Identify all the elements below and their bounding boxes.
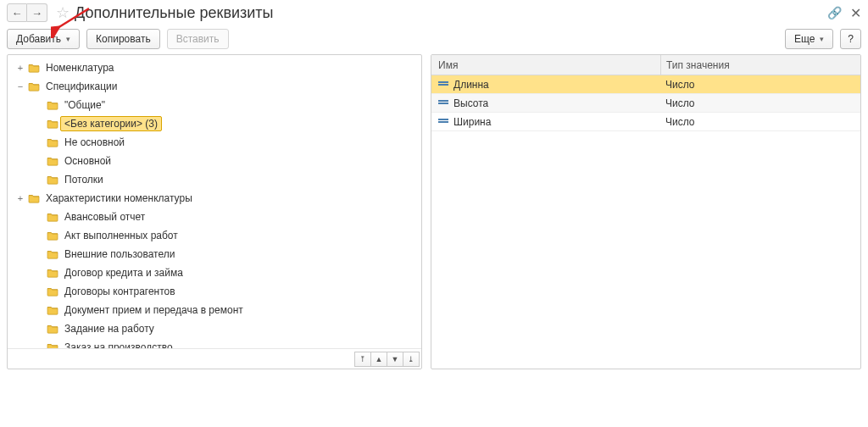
close-icon[interactable]: ✕ xyxy=(850,5,861,21)
grid-row[interactable]: ШиринаЧисло xyxy=(431,113,860,131)
folder-icon xyxy=(26,63,42,73)
add-button[interactable]: Добавить ▾ xyxy=(7,29,80,49)
tree-item-label: Договоры контрагентов xyxy=(60,284,180,299)
tree-item-label: "Общие" xyxy=(60,97,109,113)
page-title: Дополнительные реквизиты xyxy=(75,4,827,22)
caret-down-icon: ▾ xyxy=(66,35,70,43)
more-button[interactable]: Еще ▾ xyxy=(785,29,833,49)
folder-icon xyxy=(45,119,60,129)
tree-item-label: Документ прием и передача в ремонт xyxy=(60,302,248,318)
window-header: ← → ☆ Дополнительные реквизиты 🔗 ✕ xyxy=(0,0,868,25)
tree-row[interactable]: <Без категории> (3) xyxy=(8,114,421,133)
tree-item-label: Авансовый отчет xyxy=(60,209,149,225)
grid-body[interactable]: ДлиннаЧислоВысотаЧислоШиринаЧисло xyxy=(431,75,860,369)
folder-icon xyxy=(45,324,60,334)
grid-row[interactable]: ДлиннаЧисло xyxy=(431,75,860,94)
tree-item-label: Акт выполненных работ xyxy=(60,228,182,243)
tree-expander[interactable]: + xyxy=(14,193,26,203)
folder-icon xyxy=(45,212,60,222)
folder-icon xyxy=(45,156,60,166)
tree-item-label: Потолки xyxy=(60,172,108,187)
folder-icon xyxy=(45,100,60,110)
grid-cell-type: Число xyxy=(660,97,860,109)
grid-cell-name: Длинна xyxy=(431,79,660,91)
folder-icon xyxy=(45,305,60,315)
grid-cell-type: Число xyxy=(660,116,860,128)
tree-expander[interactable]: − xyxy=(14,81,26,92)
tree-item-label: Не основной xyxy=(60,135,129,150)
tree-footer: ⤒ ▲ ▼ ⤓ xyxy=(8,348,421,369)
tree-item-label: <Без категории> (3) xyxy=(60,116,162,131)
back-button[interactable]: ← xyxy=(7,3,27,22)
tree-row[interactable]: Договоры контрагентов xyxy=(8,282,421,301)
folder-icon xyxy=(45,268,60,278)
tree-row[interactable]: Не основной xyxy=(8,133,421,152)
folder-icon xyxy=(26,193,42,203)
attribute-icon xyxy=(438,81,448,88)
tree-item-label: Заказ на производство xyxy=(60,340,177,348)
move-up-button[interactable]: ▲ xyxy=(370,352,387,367)
tree-item-label: Характеристики номенклатуры xyxy=(42,191,197,206)
grid-row[interactable]: ВысотаЧисло xyxy=(431,94,860,113)
paste-button-label: Вставить xyxy=(176,33,220,45)
tree[interactable]: +Номенклатура−Спецификации"Общие"<Без ка… xyxy=(8,55,421,348)
tree-item-label: Спецификации xyxy=(42,79,121,94)
attribute-icon xyxy=(438,119,448,125)
grid-header: Имя Тип значения xyxy=(431,55,860,75)
copy-button[interactable]: Копировать xyxy=(86,29,160,49)
tree-row[interactable]: Потолки xyxy=(8,170,421,189)
grid-cell-type: Число xyxy=(660,79,860,91)
grid-cell-name-text: Длинна xyxy=(453,79,489,91)
tree-row[interactable]: Документ прием и передача в ремонт xyxy=(8,301,421,319)
caret-down-icon: ▾ xyxy=(820,35,824,43)
tree-item-label: Договор кредита и займа xyxy=(60,265,187,280)
add-button-label: Добавить xyxy=(16,33,61,45)
tree-row[interactable]: "Общие" xyxy=(8,96,421,114)
link-icon[interactable]: 🔗 xyxy=(827,6,842,19)
tree-item-label: Основной xyxy=(60,153,115,169)
grid-cell-name-text: Высота xyxy=(453,97,488,109)
column-header-name[interactable]: Имя xyxy=(431,59,660,71)
move-bottom-button[interactable]: ⤓ xyxy=(403,352,420,367)
grid-cell-name-text: Ширина xyxy=(453,116,491,128)
tree-item-label: Номенклатура xyxy=(42,60,119,75)
tree-row[interactable]: Авансовый отчет xyxy=(8,208,421,226)
tree-row[interactable]: Задание на работу xyxy=(8,319,421,338)
tree-row[interactable]: +Номенклатура xyxy=(8,58,421,77)
folder-icon xyxy=(45,249,60,259)
folder-icon xyxy=(45,175,60,185)
tree-row[interactable]: Заказ на производство xyxy=(8,338,421,348)
paste-button: Вставить xyxy=(167,29,229,49)
attribute-icon xyxy=(438,100,448,107)
folder-icon xyxy=(45,342,60,348)
more-button-label: Еще xyxy=(794,33,815,45)
tree-expander[interactable]: + xyxy=(14,63,26,73)
tree-row[interactable]: Акт выполненных работ xyxy=(8,226,421,245)
move-top-button[interactable]: ⤒ xyxy=(354,352,371,367)
help-button[interactable]: ? xyxy=(840,29,861,49)
folder-icon xyxy=(45,230,60,241)
column-header-type[interactable]: Тип значения xyxy=(660,55,860,75)
tree-row[interactable]: Внешние пользователи xyxy=(8,245,421,263)
favorite-star-icon[interactable]: ☆ xyxy=(56,3,70,22)
forward-button[interactable]: → xyxy=(27,3,47,22)
tree-row[interactable]: +Характеристики номенклатуры xyxy=(8,189,421,208)
folder-icon xyxy=(45,137,60,147)
tree-item-label: Задание на работу xyxy=(60,321,159,336)
copy-button-label: Копировать xyxy=(96,33,151,45)
grid-panel: Имя Тип значения ДлиннаЧислоВысотаЧислоШ… xyxy=(431,54,861,369)
tree-item-label: Внешние пользователи xyxy=(60,247,179,262)
tree-row[interactable]: Договор кредита и займа xyxy=(8,263,421,282)
toolbar: Добавить ▾ Копировать Вставить Еще ▾ ? xyxy=(0,25,868,54)
help-button-label: ? xyxy=(848,33,854,45)
panels: +Номенклатура−Спецификации"Общие"<Без ка… xyxy=(0,54,868,376)
grid-cell-name: Ширина xyxy=(431,116,660,128)
folder-icon xyxy=(45,286,60,297)
tree-panel: +Номенклатура−Спецификации"Общие"<Без ка… xyxy=(7,54,422,369)
tree-row[interactable]: −Спецификации xyxy=(8,77,421,96)
folder-icon xyxy=(26,81,42,92)
tree-row[interactable]: Основной xyxy=(8,152,421,170)
grid-cell-name: Высота xyxy=(431,97,660,109)
move-down-button[interactable]: ▼ xyxy=(387,352,403,367)
